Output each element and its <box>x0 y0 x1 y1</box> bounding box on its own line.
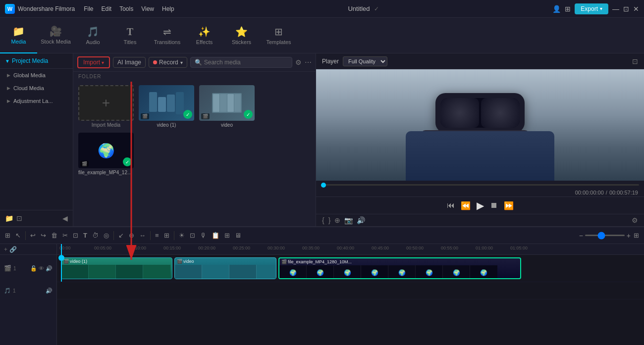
undo-tool[interactable]: ↩ <box>28 230 38 241</box>
timeline-ruler: 00:00 00:05:00 00:10:00 00:15:00 00:20:0… <box>57 244 644 255</box>
playhead[interactable] <box>61 244 62 282</box>
audio-track-num: 1 <box>13 288 16 294</box>
window-grid-icon[interactable]: ⊞ <box>565 5 571 13</box>
window-profile-icon[interactable]: 👤 <box>552 5 561 13</box>
clip-btn[interactable]: 📋 <box>210 230 221 241</box>
media-item-video2[interactable]: ✓ 🎬 video <box>199 85 255 128</box>
more-options-button[interactable]: ⋯ <box>305 58 312 66</box>
settings-button[interactable]: ⚙ <box>632 216 638 224</box>
track-mute-btn[interactable]: 🔊 <box>46 265 53 272</box>
media-item-video3[interactable]: 🌍 ✓ 🎬 file_example_MP4_128... <box>78 133 134 175</box>
export-frame-tool[interactable]: ↙ <box>116 230 126 241</box>
delete-tool[interactable]: 🗑 <box>49 230 59 241</box>
multi-cam-btn[interactable]: ⊞ <box>222 230 232 241</box>
mark-out-button[interactable]: } <box>328 216 331 224</box>
frame-back-button[interactable]: ⏪ <box>461 201 471 210</box>
ai-image-button[interactable]: AI Image <box>113 57 146 68</box>
audio-btn[interactable]: 🔊 <box>357 216 365 224</box>
ai-tools-btn[interactable]: ☀ <box>177 230 187 241</box>
redo-tool[interactable]: ↪ <box>39 230 48 241</box>
zoom-out-button[interactable]: − <box>579 232 583 240</box>
media-check-1: ✓ <box>183 110 192 119</box>
audio-track-mute-btn[interactable]: 🔊 <box>46 288 53 294</box>
speed-tool[interactable]: ⏱ <box>90 230 101 241</box>
tracks-tool[interactable]: ≡ <box>153 230 161 241</box>
media-panel: Import ▾ AI Image Record ▾ 🔍 ⚙ ⋯ FOLDER <box>73 53 316 226</box>
nav-audio[interactable]: 🎵 Audio <box>74 18 111 53</box>
templates-icon: ⊞ <box>274 26 283 38</box>
add-mark-tool[interactable]: ⊕ <box>127 230 136 241</box>
maximize-button[interactable]: ⊡ <box>623 5 629 13</box>
nav-titles[interactable]: T Titles <box>111 18 149 53</box>
zoom-in-button[interactable]: + <box>627 232 631 240</box>
sidebar-item-global-media[interactable]: ▶ Global Media <box>0 69 73 82</box>
silence-detect-btn[interactable]: ⊡ <box>188 230 197 241</box>
minimize-button[interactable]: — <box>612 5 619 13</box>
nav-stickers[interactable]: ⭐ Stickers <box>223 18 260 53</box>
audio-icon-tl: 🎵 <box>4 288 11 294</box>
quality-select[interactable]: Full Quality 1/2 Quality 1/4 Quality <box>343 56 387 66</box>
new-folder-button[interactable]: 📁 <box>5 214 13 222</box>
nav-transitions[interactable]: ⇌ Transitions <box>149 18 186 53</box>
zoom-slider[interactable] <box>585 235 625 236</box>
text-tool[interactable]: T <box>81 230 89 241</box>
export-button[interactable]: Export ▾ <box>575 3 608 14</box>
link-track-button[interactable]: 🔗 <box>9 246 17 253</box>
nav-media[interactable]: 📁 Media <box>0 18 37 53</box>
audio-track-header: 🎵 1 🔊 <box>0 282 56 299</box>
close-button[interactable]: ✕ <box>633 5 639 13</box>
go-start-button[interactable]: ⏮ <box>447 201 455 210</box>
media-label-video3: file_example_MP4_128... <box>78 170 134 175</box>
sidebar-item-adjustment[interactable]: ▶ Adjustment La... <box>0 95 73 107</box>
clip-video2[interactable]: 🎬 video <box>174 257 276 279</box>
stretch-tool[interactable]: ↔ <box>137 230 148 241</box>
clip-video1[interactable]: 🎬 video (1) <box>61 257 172 279</box>
screen-btn[interactable]: 🖥 <box>233 230 243 241</box>
nav-stock-media[interactable]: 🎥 Stock Media <box>37 18 74 53</box>
app-logo: W Wondershare Filmora <box>5 4 75 14</box>
playhead-dot[interactable] <box>321 183 326 188</box>
mic-btn[interactable]: 🎙 <box>198 230 209 241</box>
grid-view-tool[interactable]: ⊞ <box>162 230 171 241</box>
search-input[interactable] <box>204 59 288 66</box>
crop-tool[interactable]: ⊡ <box>71 230 80 241</box>
sidebar-item-cloud-media[interactable]: ▶ Cloud Media <box>0 82 73 95</box>
track-hide-btn[interactable]: 👁 <box>39 265 44 272</box>
preview-timeline[interactable] <box>316 181 644 189</box>
menu-view[interactable]: View <box>141 5 154 12</box>
delete-folder-button[interactable]: ⊡ <box>16 214 22 222</box>
fullscreen-button[interactable]: ⊡ <box>632 57 638 65</box>
media-item-video1[interactable]: ✓ 🎬 video (1) <box>139 85 194 128</box>
project-media-header[interactable]: ▼ Project Media <box>0 53 73 69</box>
import-button[interactable]: Import ▾ <box>77 56 110 68</box>
mark-in-button[interactable]: { <box>322 216 324 224</box>
timeline-toolbar: ⊞ ↖ ↩ ↪ 🗑 ✂ ⊡ T ⏱ ◎ ↙ ⊕ ↔ ≡ ⊞ ☀ ⊡ 🎙 📋 ⊞ … <box>0 227 644 244</box>
nav-effects[interactable]: ✨ Effects <box>186 18 223 53</box>
add-track-button[interactable]: + <box>4 246 7 253</box>
project-title: Untitled <box>348 5 370 12</box>
filter-button[interactable]: ⚙ <box>295 58 302 66</box>
clips-area: 🎬 video (1) � <box>57 255 644 299</box>
import-media-placeholder[interactable]: + Import Media <box>78 85 134 128</box>
video-track-row: 🎬 video (1) � <box>57 255 644 282</box>
menu-file[interactable]: File <box>84 5 93 12</box>
snapshot-button[interactable]: 📷 <box>344 216 353 224</box>
track-lock-btn[interactable]: 🔓 <box>30 265 37 272</box>
scene-detect-tool[interactable]: ⊞ <box>3 230 12 241</box>
pointer-tool[interactable]: ↖ <box>13 230 23 241</box>
timeline-settings-btn[interactable]: ⊞ <box>632 230 641 241</box>
frame-fwd-button[interactable]: ⏩ <box>504 201 514 210</box>
clip-video3[interactable]: 🎬 file_example_MP4_1280_10M... 🌍 🌍 🌍 🌍 🌍… <box>278 257 521 279</box>
menu-help[interactable]: Help <box>162 5 174 12</box>
nav-templates[interactable]: ⊞ Templates <box>260 18 297 53</box>
record-button[interactable]: Record ▾ <box>149 57 187 68</box>
collapse-panel-button[interactable]: ◀ <box>62 214 68 222</box>
split-tool[interactable]: ✂ <box>60 230 70 241</box>
stop-button[interactable]: ⏹ <box>490 201 498 210</box>
menu-tools[interactable]: Tools <box>119 5 133 12</box>
menu-edit[interactable]: Edit <box>102 5 112 12</box>
color-tool[interactable]: ◎ <box>102 230 111 241</box>
insert-button[interactable]: ⊕ <box>334 216 340 224</box>
play-button[interactable]: ▶ <box>477 199 484 211</box>
clip2-label: video <box>183 259 194 264</box>
